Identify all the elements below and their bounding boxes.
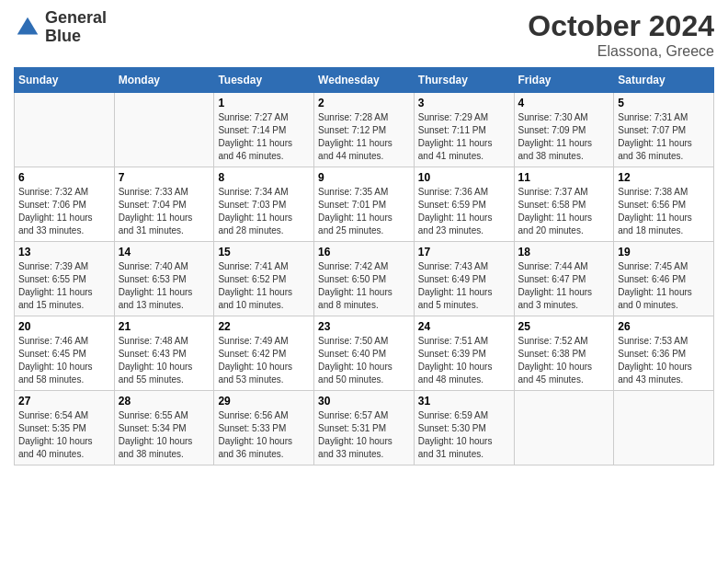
calendar-week-2: 6Sunrise: 7:32 AM Sunset: 7:06 PM Daylig… [15,167,714,242]
day-number: 12 [618,171,710,184]
day-number: 8 [218,171,310,184]
calendar-cell: 7Sunrise: 7:33 AM Sunset: 7:04 PM Daylig… [114,167,214,242]
calendar-cell: 8Sunrise: 7:34 AM Sunset: 7:03 PM Daylig… [214,167,314,242]
day-info: Sunrise: 7:39 AM Sunset: 6:55 PM Dayligh… [18,260,110,312]
page-subtitle: Elassona, Greece [528,43,714,60]
page-header: General Blue October 2024 Elassona, Gree… [14,9,714,60]
calendar-cell: 19Sunrise: 7:45 AM Sunset: 6:46 PM Dayli… [614,242,714,316]
calendar-cell [114,93,214,167]
calendar-cell: 28Sunrise: 6:55 AM Sunset: 5:34 PM Dayli… [114,391,214,465]
day-number: 25 [518,320,610,333]
day-number: 4 [518,97,610,109]
day-number: 21 [119,320,210,333]
calendar-cell: 27Sunrise: 6:54 AM Sunset: 5:35 PM Dayli… [15,391,115,465]
calendar-cell: 3Sunrise: 7:29 AM Sunset: 7:11 PM Daylig… [414,93,514,167]
day-number: 23 [318,320,410,333]
calendar-cell [614,391,714,465]
calendar-cell: 18Sunrise: 7:44 AM Sunset: 6:47 PM Dayli… [514,242,614,316]
day-number: 22 [218,320,310,333]
day-info: Sunrise: 7:36 AM Sunset: 6:59 PM Dayligh… [418,186,510,237]
logo-icon [14,14,41,41]
title-block: October 2024 Elassona, Greece [528,9,714,60]
calendar-cell: 12Sunrise: 7:38 AM Sunset: 6:56 PM Dayli… [614,167,714,242]
logo: General Blue [14,9,107,46]
calendar-cell: 31Sunrise: 6:59 AM Sunset: 5:30 PM Dayli… [414,391,514,465]
calendar-cell: 1Sunrise: 7:27 AM Sunset: 7:14 PM Daylig… [214,93,314,167]
day-number: 1 [218,97,310,109]
day-info: Sunrise: 7:41 AM Sunset: 6:52 PM Dayligh… [218,260,310,312]
day-number: 19 [618,246,710,259]
day-number: 31 [418,395,510,408]
day-number: 14 [119,246,210,259]
calendar-cell: 17Sunrise: 7:43 AM Sunset: 6:49 PM Dayli… [414,242,514,316]
calendar-cell: 10Sunrise: 7:36 AM Sunset: 6:59 PM Dayli… [414,167,514,242]
calendar-cell: 21Sunrise: 7:48 AM Sunset: 6:43 PM Dayli… [114,316,214,391]
calendar-cell: 25Sunrise: 7:52 AM Sunset: 6:38 PM Dayli… [514,316,614,391]
day-info: Sunrise: 7:33 AM Sunset: 7:04 PM Dayligh… [119,186,210,237]
calendar-cell: 22Sunrise: 7:49 AM Sunset: 6:42 PM Dayli… [214,316,314,391]
day-header-wednesday: Wednesday [314,68,415,93]
calendar-week-3: 13Sunrise: 7:39 AM Sunset: 6:55 PM Dayli… [15,242,714,316]
calendar-cell: 23Sunrise: 7:50 AM Sunset: 6:40 PM Dayli… [314,316,415,391]
day-info: Sunrise: 7:45 AM Sunset: 6:46 PM Dayligh… [618,260,710,312]
calendar-cell: 16Sunrise: 7:42 AM Sunset: 6:50 PM Dayli… [314,242,415,316]
day-info: Sunrise: 7:27 AM Sunset: 7:14 PM Dayligh… [218,111,310,163]
day-info: Sunrise: 7:32 AM Sunset: 7:06 PM Dayligh… [18,186,110,237]
calendar-cell: 11Sunrise: 7:37 AM Sunset: 6:58 PM Dayli… [514,167,614,242]
day-info: Sunrise: 7:46 AM Sunset: 6:45 PM Dayligh… [18,335,110,386]
calendar-cell: 4Sunrise: 7:30 AM Sunset: 7:09 PM Daylig… [514,93,614,167]
day-number: 6 [18,171,110,184]
day-number: 17 [418,246,510,259]
calendar-cell: 2Sunrise: 7:28 AM Sunset: 7:12 PM Daylig… [314,93,415,167]
day-info: Sunrise: 7:31 AM Sunset: 7:07 PM Dayligh… [618,111,710,163]
day-info: Sunrise: 7:50 AM Sunset: 6:40 PM Dayligh… [318,335,410,386]
day-info: Sunrise: 6:56 AM Sunset: 5:33 PM Dayligh… [218,409,310,461]
page-title: October 2024 [528,9,714,43]
day-number: 27 [18,395,110,408]
day-info: Sunrise: 7:48 AM Sunset: 6:43 PM Dayligh… [119,335,210,386]
day-number: 7 [119,171,210,184]
day-info: Sunrise: 7:53 AM Sunset: 6:36 PM Dayligh… [618,335,710,386]
calendar-cell: 20Sunrise: 7:46 AM Sunset: 6:45 PM Dayli… [15,316,115,391]
day-number: 24 [418,320,510,333]
calendar-cell: 30Sunrise: 6:57 AM Sunset: 5:31 PM Dayli… [314,391,415,465]
calendar-cell: 15Sunrise: 7:41 AM Sunset: 6:52 PM Dayli… [214,242,314,316]
calendar-week-4: 20Sunrise: 7:46 AM Sunset: 6:45 PM Dayli… [15,316,714,391]
day-number: 26 [618,320,710,333]
day-header-sunday: Sunday [15,68,115,93]
day-info: Sunrise: 7:52 AM Sunset: 6:38 PM Dayligh… [518,335,610,386]
calendar-cell: 13Sunrise: 7:39 AM Sunset: 6:55 PM Dayli… [15,242,115,316]
calendar-cell: 26Sunrise: 7:53 AM Sunset: 6:36 PM Dayli… [614,316,714,391]
day-info: Sunrise: 6:57 AM Sunset: 5:31 PM Dayligh… [318,409,410,461]
day-info: Sunrise: 7:40 AM Sunset: 6:53 PM Dayligh… [119,260,210,312]
calendar-week-1: 1Sunrise: 7:27 AM Sunset: 7:14 PM Daylig… [15,93,714,167]
calendar-cell: 24Sunrise: 7:51 AM Sunset: 6:39 PM Dayli… [414,316,514,391]
calendar-cell: 29Sunrise: 6:56 AM Sunset: 5:33 PM Dayli… [214,391,314,465]
day-info: Sunrise: 7:37 AM Sunset: 6:58 PM Dayligh… [518,186,610,237]
calendar-cell [15,93,115,167]
day-info: Sunrise: 7:30 AM Sunset: 7:09 PM Dayligh… [518,111,610,163]
logo-text: General Blue [45,9,107,46]
day-number: 28 [119,395,210,408]
day-number: 9 [318,171,410,184]
day-info: Sunrise: 7:38 AM Sunset: 6:56 PM Dayligh… [618,186,710,237]
day-number: 16 [318,246,410,259]
day-info: Sunrise: 6:54 AM Sunset: 5:35 PM Dayligh… [18,409,110,461]
day-number: 13 [18,246,110,259]
calendar-cell: 9Sunrise: 7:35 AM Sunset: 7:01 PM Daylig… [314,167,415,242]
day-header-friday: Friday [514,68,614,93]
calendar-cell: 5Sunrise: 7:31 AM Sunset: 7:07 PM Daylig… [614,93,714,167]
day-header-tuesday: Tuesday [214,68,314,93]
day-number: 29 [218,395,310,408]
day-header-thursday: Thursday [414,68,514,93]
day-info: Sunrise: 7:34 AM Sunset: 7:03 PM Dayligh… [218,186,310,237]
day-number: 5 [618,97,710,109]
day-info: Sunrise: 7:42 AM Sunset: 6:50 PM Dayligh… [318,260,410,312]
day-info: Sunrise: 7:29 AM Sunset: 7:11 PM Dayligh… [418,111,510,163]
day-info: Sunrise: 6:55 AM Sunset: 5:34 PM Dayligh… [119,409,210,461]
day-number: 18 [518,246,610,259]
day-number: 2 [318,97,410,109]
day-number: 15 [218,246,310,259]
day-number: 30 [318,395,410,408]
day-info: Sunrise: 7:51 AM Sunset: 6:39 PM Dayligh… [418,335,510,386]
